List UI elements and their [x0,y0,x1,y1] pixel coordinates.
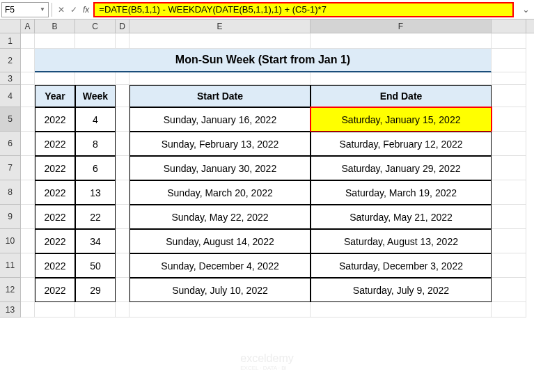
row-header[interactable]: 6 [0,132,21,156]
header-year[interactable]: Year [35,85,75,107]
cell-start-date[interactable]: Sunday, August 14, 2022 [129,229,311,253]
cell[interactable] [492,72,526,85]
cell-end-date[interactable]: Saturday, January 15, 2022 [311,107,492,132]
col-header-F[interactable]: F [311,19,492,33]
cell-week[interactable]: 13 [75,180,116,205]
cell[interactable] [129,72,311,85]
col-header-B[interactable]: B [35,19,75,33]
title-cell[interactable]: Mon-Sun Week (Start from Jan 1) [35,49,492,72]
row-header-3[interactable]: 3 [0,72,21,85]
header-start[interactable]: Start Date [129,85,311,107]
row-header-4[interactable]: 4 [0,85,21,107]
formula-input[interactable]: =DATE(B5,1,1) - WEEKDAY(DATE(B5,1,1),1) … [93,2,514,17]
cell-week[interactable]: 8 [75,132,116,156]
chevron-down-icon[interactable]: ▼ [40,6,45,13]
cell-start-date[interactable]: Sunday, December 4, 2022 [129,253,311,278]
cell[interactable] [492,180,526,205]
cell[interactable] [21,107,35,132]
cell[interactable] [35,33,75,49]
cell-start-date[interactable]: Sunday, January 16, 2022 [129,107,311,132]
cell-end-date[interactable]: Saturday, January 29, 2022 [311,156,492,180]
row-header[interactable]: 10 [0,229,21,253]
cell[interactable] [21,278,35,302]
cell-year[interactable]: 2022 [35,180,75,205]
cell[interactable] [116,229,129,253]
row-header-2[interactable]: 2 [0,49,21,72]
cell[interactable] [311,72,492,85]
cell[interactable] [492,302,526,317]
cell[interactable] [35,302,75,317]
cell[interactable] [21,132,35,156]
header-week[interactable]: Week [75,85,116,107]
cell[interactable] [116,132,129,156]
cell[interactable] [492,278,526,302]
cell-end-date[interactable]: Saturday, March 19, 2022 [311,180,492,205]
cell[interactable] [116,156,129,180]
cell[interactable] [492,205,526,229]
cell-end-date[interactable]: Saturday, August 13, 2022 [311,229,492,253]
row-header[interactable]: 11 [0,253,21,278]
cell[interactable] [116,253,129,278]
cell-start-date[interactable]: Sunday, January 30, 2022 [129,156,311,180]
col-header-E[interactable]: E [129,19,311,33]
cell[interactable] [492,253,526,278]
cell[interactable] [492,132,526,156]
cell[interactable] [116,33,129,49]
cell[interactable] [21,156,35,180]
cell-year[interactable]: 2022 [35,156,75,180]
cell[interactable] [21,85,35,107]
cell[interactable] [21,205,35,229]
cell[interactable] [492,49,526,72]
cell[interactable] [116,85,129,107]
cell-week[interactable]: 34 [75,229,116,253]
cell[interactable] [21,72,35,85]
cell[interactable] [116,205,129,229]
cell[interactable] [311,33,492,49]
cell[interactable] [21,253,35,278]
cell-week[interactable]: 29 [75,278,116,302]
row-header[interactable]: 12 [0,278,21,302]
cell[interactable] [75,72,116,85]
cell[interactable] [129,302,311,317]
cell[interactable] [116,302,129,317]
cell-end-date[interactable]: Saturday, May 21, 2022 [311,205,492,229]
cell-year[interactable]: 2022 [35,278,75,302]
cell-start-date[interactable]: Sunday, February 13, 2022 [129,132,311,156]
cancel-icon[interactable]: ✕ [58,5,65,15]
cell-start-date[interactable]: Sunday, May 22, 2022 [129,205,311,229]
cell-year[interactable]: 2022 [35,107,75,132]
cell[interactable] [492,85,526,107]
cell[interactable] [492,33,526,49]
cell[interactable] [116,180,129,205]
col-header-C[interactable]: C [75,19,116,33]
row-header[interactable]: 8 [0,180,21,205]
cell-week[interactable]: 22 [75,205,116,229]
cell[interactable] [35,72,75,85]
row-header[interactable]: 7 [0,156,21,180]
row-header-13[interactable]: 13 [0,302,21,317]
cell-year[interactable]: 2022 [35,132,75,156]
enter-icon[interactable]: ✓ [70,5,77,15]
cell[interactable] [492,156,526,180]
cell[interactable] [21,229,35,253]
row-header[interactable]: 9 [0,205,21,229]
row-header-1[interactable]: 1 [0,33,21,49]
cell[interactable] [75,302,116,317]
cell[interactable] [116,278,129,302]
col-header-D[interactable]: D [116,19,129,33]
cell-week[interactable]: 50 [75,253,116,278]
cell-year[interactable]: 2022 [35,253,75,278]
expand-formula-icon[interactable]: ⌄ [518,4,534,15]
cell[interactable] [116,107,129,132]
header-end[interactable]: End Date [311,85,492,107]
col-header-extra[interactable] [492,19,526,33]
cell[interactable] [21,49,35,72]
cell[interactable] [492,229,526,253]
cell-year[interactable]: 2022 [35,205,75,229]
cell-end-date[interactable]: Saturday, February 12, 2022 [311,132,492,156]
fx-icon[interactable]: fx [83,5,89,15]
cell[interactable] [75,33,116,49]
cell-end-date[interactable]: Saturday, December 3, 2022 [311,253,492,278]
cell[interactable] [21,33,35,49]
cell[interactable] [311,302,492,317]
